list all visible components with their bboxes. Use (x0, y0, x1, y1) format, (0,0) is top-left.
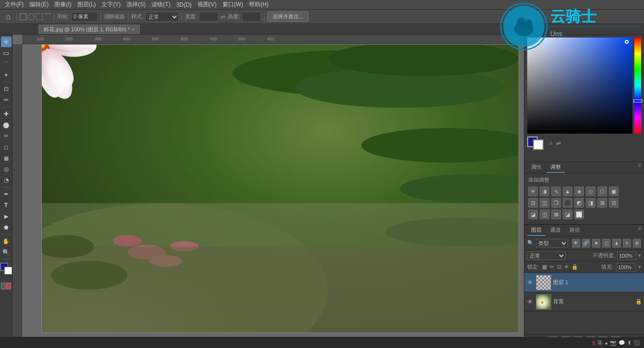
marquee-style-col[interactable] (44, 13, 51, 20)
adj-posterize[interactable]: ◩ (574, 198, 584, 208)
adj-curves[interactable]: ∿ (551, 186, 561, 196)
layer-style-filter[interactable]: ★ (592, 239, 600, 248)
width-input[interactable] (199, 12, 218, 22)
tool-clone[interactable]: ✂ (1, 131, 12, 141)
layer-color-filter[interactable]: ▲ (612, 239, 620, 248)
bg-visibility[interactable]: 👁 (526, 298, 534, 306)
menu-help[interactable]: 帮助(H) (246, 0, 272, 9)
tool-eraser[interactable]: ◻ (1, 142, 12, 152)
bg-color-main[interactable] (533, 139, 544, 150)
doc-tab-close[interactable]: × (132, 27, 135, 32)
style-select[interactable]: 正常固定比例固定大小 (145, 12, 179, 22)
tab-attributes[interactable]: 属性 (527, 162, 545, 173)
menu-layer[interactable]: 图层(L) (74, 0, 99, 9)
tool-blur[interactable]: ◎ (1, 164, 12, 174)
tool-dodge[interactable]: ◔ (1, 175, 12, 186)
home-btn[interactable]: ⌂ (3, 12, 13, 22)
marquee-style-ellipse[interactable] (28, 13, 35, 20)
adj-bw[interactable]: ▣ (609, 186, 619, 196)
tool-zoom[interactable]: 🔍 (1, 247, 12, 258)
tray-icon-1[interactable]: S (592, 340, 595, 346)
adj-extra-5[interactable]: ⬜ (574, 210, 584, 219)
menu-window[interactable]: 窗口(W) (220, 0, 246, 9)
bg-color-swatch[interactable] (4, 267, 12, 274)
tray-icon-3[interactable]: 📷 (610, 340, 617, 346)
select-refine-btn[interactable]: 选择并遮住... (267, 12, 309, 22)
layer-visibility-filter[interactable]: 👁 (572, 239, 580, 248)
layer-smart-filter[interactable]: ≡ (623, 239, 631, 248)
tool-hand[interactable]: ✋ (1, 236, 12, 247)
adj-exposure[interactable]: ▲ (563, 186, 572, 196)
adj-extra-4[interactable]: ◪ (563, 210, 572, 219)
blend-mode-select[interactable]: 正常 (527, 251, 566, 260)
tool-shape[interactable]: ⬟ (1, 222, 12, 233)
canvas-area[interactable]: 100200 300400 500600 700800 900 (12, 35, 524, 348)
tray-icon-4[interactable]: 💬 (619, 340, 625, 346)
menu-view[interactable]: 视图(V) (195, 0, 220, 9)
swap-colors-btn[interactable]: ⇌ (556, 140, 561, 147)
lock-transparent-icon[interactable]: ▦ (542, 264, 547, 270)
color-gradient-field[interactable] (527, 37, 632, 134)
lock-move-icon[interactable]: ✛ (564, 264, 569, 270)
reset-colors-hint[interactable]: ↺ (548, 141, 552, 146)
fill-arrow[interactable]: ▾ (638, 264, 641, 270)
height-input[interactable] (242, 12, 261, 22)
lock-artboard-icon[interactable]: ⊡ (557, 264, 561, 270)
adj-colorbal[interactable]: ⬡ (597, 186, 607, 196)
swap-icon[interactable]: ⇌ (220, 13, 226, 21)
layers-panel-close[interactable]: ≡ (638, 225, 641, 236)
menu-3d[interactable]: 3D(D) (173, 0, 195, 9)
tool-lasso[interactable]: ⌒ (1, 59, 12, 69)
tab-adjustments[interactable]: 调整 (546, 162, 565, 173)
tool-brush[interactable]: ⬤ (1, 120, 12, 130)
feather-input[interactable] (71, 12, 98, 22)
tray-icon-6[interactable]: ⬛ (633, 340, 640, 346)
adj-vibrance[interactable]: ◈ (574, 186, 584, 196)
adj-gradient-map[interactable]: ⊞ (597, 198, 607, 208)
opacity-arrow[interactable]: ▾ (638, 252, 641, 259)
layer-mask-filter[interactable]: ◻ (602, 239, 610, 248)
adj-extra-2[interactable]: ◫ (540, 210, 549, 219)
menu-select[interactable]: 选择(S) (124, 0, 149, 9)
adj-extra-1[interactable]: ◪ (528, 210, 538, 219)
standard-mode-btn[interactable] (1, 283, 6, 289)
lock-paint-icon[interactable]: ✏ (550, 264, 554, 270)
adj-brightness[interactable]: ☀ (528, 186, 538, 196)
marquee-style-row[interactable] (36, 13, 43, 20)
lock-all-icon[interactable]: 🔒 (571, 264, 578, 270)
layer1-visibility[interactable]: 👁 (526, 279, 534, 286)
tray-icon-5[interactable]: ⬆ (627, 340, 632, 346)
adj-hsl[interactable]: ◇ (586, 186, 595, 196)
tool-marquee[interactable]: ▭ (1, 48, 12, 58)
adj-selective-color[interactable]: ⊟ (609, 198, 619, 208)
menu-file[interactable]: 文件(F) (2, 0, 26, 9)
fill-input[interactable] (616, 263, 635, 272)
menu-image[interactable]: 图像(I) (51, 0, 74, 9)
tool-wand[interactable]: ✦ (1, 70, 12, 80)
opacity-input[interactable] (617, 251, 636, 260)
tool-move[interactable]: ✛ (1, 37, 12, 47)
adj-channel-mixer[interactable]: ◫ (540, 198, 549, 208)
tab-layers[interactable]: 图层 (527, 225, 545, 236)
tool-text[interactable]: T (1, 200, 12, 211)
tool-healing[interactable]: ✚ (1, 109, 12, 119)
layer-selected-filter[interactable]: ⊕ (633, 239, 641, 248)
adj-color-lookup[interactable]: ❒ (551, 198, 561, 208)
tray-icon-2[interactable]: ● (605, 340, 608, 346)
layer-item-background[interactable]: 👁 (524, 292, 644, 311)
adj-photo-filter[interactable]: ⊡ (528, 198, 538, 208)
properties-panel-close[interactable]: ≡ (638, 162, 641, 173)
tool-eyedropper[interactable]: ✏ (1, 95, 12, 105)
adj-extra-3[interactable]: ⊠ (551, 210, 561, 219)
menu-text[interactable]: 文字(Y) (99, 0, 124, 9)
adj-threshold[interactable]: ◨ (586, 198, 595, 208)
color-gradient-container[interactable] (527, 37, 641, 134)
layer-linked-filter[interactable]: 🔗 (582, 239, 590, 248)
adj-invert[interactable]: ⬛ (563, 198, 572, 208)
tab-paths[interactable]: 路径 (566, 225, 584, 236)
menu-filter[interactable]: 滤镜(T) (149, 0, 173, 9)
layer-type-filter[interactable]: 类型 (536, 239, 568, 248)
tool-gradient[interactable]: ▦ (1, 153, 12, 163)
color-spectrum[interactable] (634, 37, 641, 134)
tab-channels[interactable]: 通道 (546, 225, 565, 236)
